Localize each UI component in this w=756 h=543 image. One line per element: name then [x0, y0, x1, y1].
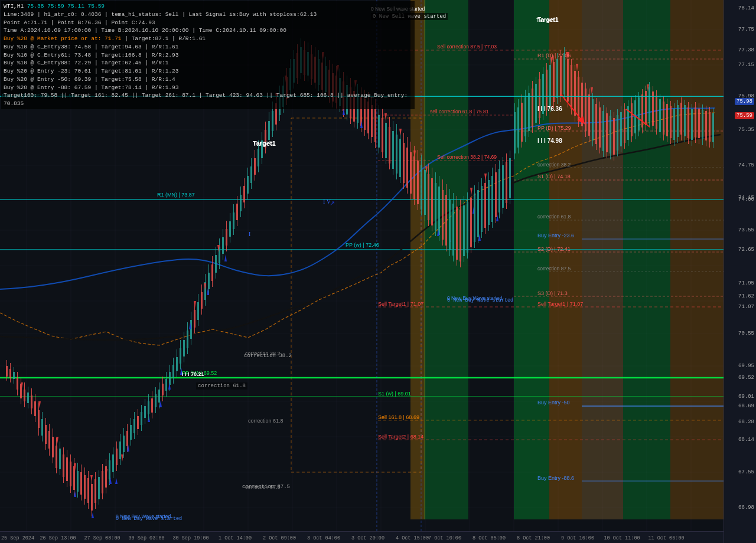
price-6952: 69.52: [738, 375, 754, 381]
info-line4: Buy %20 @ Market price or at: 71.71 | Ta…: [4, 35, 412, 43]
svg-rect-37: [623, 0, 670, 519]
svg-text:S2 (D) | 72.41: S2 (D) | 72.41: [537, 246, 571, 252]
price-7775: 77.75: [738, 27, 754, 32]
price-6901: 69.01: [738, 394, 754, 400]
svg-text:PP (w) | 72.46: PP (w) | 72.46: [346, 242, 379, 248]
svg-text:correction 61.8: correction 61.8: [537, 214, 571, 220]
svg-text:correction 61.8: correction 61.8: [248, 418, 284, 424]
time-oct8-2: 8 Oct 21:00: [517, 535, 550, 541]
price-7535: 75.35: [738, 127, 754, 133]
time-sep27: 27 Sep 08:00: [84, 535, 120, 541]
price-6995: 69.95: [738, 363, 754, 369]
svg-text:I I I 70.21: I I I 70.21: [182, 371, 204, 377]
info-line7: Buy %10 @ C_Entry88: 72.29 | Target:62.4…: [4, 59, 412, 67]
time-oct7: 7 Oct 10:00: [428, 535, 461, 541]
svg-text:I: I: [249, 231, 250, 237]
time-oct1: 1 Oct 14:00: [219, 535, 252, 541]
svg-rect-32: [424, 0, 468, 519]
svg-text:correction 38.2: correction 38.2: [245, 351, 281, 356]
time-oct3-1: 3 Oct 04:00: [307, 535, 340, 541]
time-sep30-1: 30 Sep 03:00: [128, 535, 164, 541]
time-oct4: 4 Oct 15:00: [396, 535, 429, 541]
svg-text:0 New Buy Wave started: 0 New Buy Wave started: [116, 513, 171, 519]
info-line10: Buy %20 @ Entry -88: 67.59 | Target:78.1…: [4, 84, 412, 92]
info-line9: Buy %20 @ Entry -50: 69.39 | Target:75.5…: [4, 76, 412, 84]
price-current: 75.98: [735, 98, 754, 105]
time-sep25: 25 Sep 2024: [1, 535, 34, 541]
svg-rect-38: [670, 0, 724, 519]
svg-text:S1 (w) | 69.01: S1 (w) | 69.01: [378, 391, 411, 397]
svg-text:R1 (D) | 77.06: R1 (D) | 77.06: [537, 53, 571, 58]
svg-text:R1 (MN) | 73.87: R1 (MN) | 73.87: [157, 192, 195, 198]
price-6828: 68.28: [738, 419, 754, 425]
price-7246: 72.65: [738, 247, 754, 253]
info-line2: Point A:71.71 | Point B:76.36 | Point C:…: [4, 19, 412, 27]
svg-text:I I I 74.98: I I I 74.98: [537, 138, 562, 144]
price-7107: 71.07: [738, 304, 754, 310]
svg-rect-36: [582, 0, 623, 519]
price-7475: 74.75: [738, 162, 754, 168]
svg-text:I I I 76.36: I I I 76.36: [537, 106, 562, 112]
svg-text:correction 87.5: correction 87.5: [245, 484, 281, 490]
chart-container: MARKET PRO WTI,H1 75.38 75:59 75.11 75.5…: [0, 0, 756, 543]
price-axis: 78.14 77.75 77.38 77.15 75.98 75.98 75.5…: [724, 0, 756, 543]
time-axis: 25 Sep 2024 26 Sep 13:00 27 Sep 08:00 30…: [0, 531, 724, 543]
svg-text:Sell correction 38.2 | 74.69: Sell correction 38.2 | 74.69: [437, 154, 497, 160]
price-7814: 78.14: [738, 5, 754, 11]
price-6698: 66.98: [738, 505, 754, 511]
svg-text:Buy Entry -50: Buy Entry -50: [537, 400, 570, 405]
svg-text:S3 (D) | 71.3: S3 (D) | 71.3: [537, 290, 568, 296]
svg-text:correction 38.2: correction 38.2: [537, 162, 571, 168]
svg-text:Sell Target2 | 68.14: Sell Target2 | 68.14: [378, 434, 423, 440]
price-7559: 75.59: [735, 112, 754, 119]
price-6755: 67.55: [738, 469, 754, 475]
svg-text:Target1: Target1: [253, 140, 276, 147]
time-oct2: 2 Oct 09:00: [263, 535, 296, 541]
svg-text:0 New Buy Wave started: 0 New Buy Wave started: [447, 295, 502, 301]
time-oct11: 11 Oct 06:00: [648, 535, 684, 541]
svg-text:Sell 161.8 | 68.69: Sell 161.8 | 68.69: [378, 414, 419, 420]
svg-text:Sell correction 87.5 | 77.03: Sell correction 87.5 | 77.03: [437, 44, 497, 50]
info-line5: Buy %10 @ C_Entry38: 74.58 | Target:94.6…: [4, 43, 412, 51]
info-line8: Buy %20 @ Entry -23: 70.61 | Target:81.0…: [4, 67, 412, 76]
time-oct8-1: 8 Oct 05:00: [472, 535, 506, 541]
price-7355: 73.55: [738, 227, 754, 233]
price-7162: 71.62: [738, 293, 754, 299]
svg-text:Buy Entry -88.6: Buy Entry -88.6: [537, 475, 574, 481]
info-line3: Time A:2024.10.09 17:00:00 | Time B:2024…: [4, 27, 412, 35]
info-line6: Buy %10 @ C_Entry61: 73.48 | Target:106.…: [4, 51, 412, 60]
info-panel: WTI,H1 75.38 75:59 75.11 75.59 Line:3489…: [1, 1, 415, 109]
price-7715: 77.15: [738, 62, 754, 68]
svg-text:Buy Entry -23.6: Buy Entry -23.6: [537, 233, 574, 238]
price-7738: 77.38: [738, 47, 754, 53]
info-line11: Target100: 79.58 || Target 161: 82.45 ||…: [4, 91, 412, 108]
svg-text:sell correction 61.8 | 75.81: sell correction 61.8 | 75.81: [430, 109, 489, 115]
time-sep26: 26 Sep 13:00: [40, 535, 76, 541]
symbol-header: WTI,H1 75.38 75:59 75.11 75.59: [4, 2, 412, 11]
info-line1: Line:3489 | h1_atr_c0: 0.4036 | tema_h1_…: [4, 11, 412, 19]
price-6814: 68.14: [738, 437, 754, 443]
svg-text:Sell Target1 | 71.07: Sell Target1 | 71.07: [537, 301, 583, 307]
price-7195: 71.95: [738, 280, 754, 286]
price-r1mn: 74.00: [738, 197, 754, 202]
svg-text:correction 87.5: correction 87.5: [537, 266, 571, 272]
time-oct3-2: 3 Oct 20:00: [351, 535, 384, 541]
svg-text:Target1: Target1: [537, 17, 559, 23]
svg-text:PP (D) | 75.29: PP (D) | 75.29: [537, 125, 571, 131]
time-oct9: 9 Oct 16:00: [561, 535, 594, 541]
price-6869: 68.69: [738, 403, 754, 409]
time-sep30-2: 30 Sep 19:00: [172, 535, 208, 541]
price-7055: 70.55: [738, 331, 754, 336]
svg-text:I V: I V: [323, 198, 331, 205]
time-oct10: 10 Oct 11:00: [604, 535, 640, 541]
svg-text:Sell Target1 | 71.07: Sell Target1 | 71.07: [378, 301, 423, 307]
svg-text:S1 (D) | 74.18: S1 (D) | 74.18: [537, 174, 571, 179]
